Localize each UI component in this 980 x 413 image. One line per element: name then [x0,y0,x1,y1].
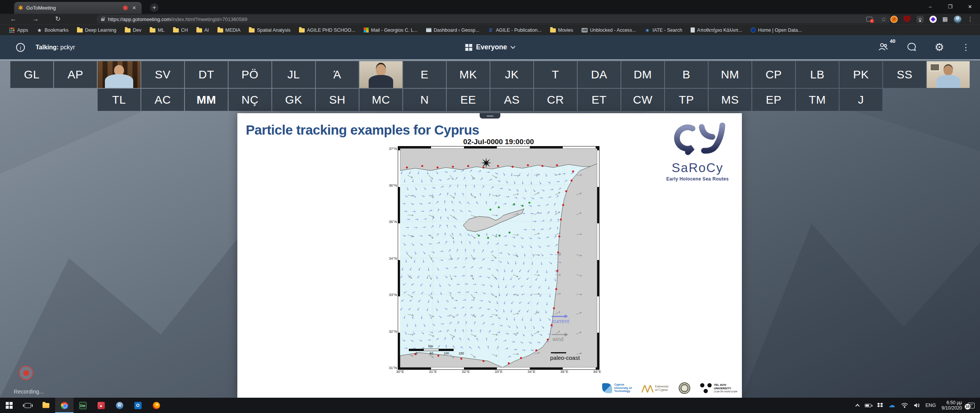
reload-button[interactable]: ↻ [53,15,63,24]
participant-tile-DT[interactable]: DT [185,61,228,88]
participant-tile-SV[interactable]: SV [141,61,184,88]
participants-button[interactable]: 40 [878,42,889,53]
participant-tile-Ά[interactable]: Ά [316,61,359,88]
forward-button[interactable]: → [31,15,41,24]
bookmark-item[interactable]: Αποθετήριο Κάλλιπ... [687,26,746,34]
participant-tile-E[interactable]: E [403,61,446,88]
language-indicator[interactable]: ENG [926,403,936,408]
recording-button[interactable] [19,366,33,380]
participant-tile-JK[interactable]: JK [490,61,533,88]
address-bar[interactable]: https://app.gotomeeting.com/index.html?m… [96,15,891,23]
participant-tile-AC[interactable]: AC [141,89,184,111]
tray-expand-icon[interactable] [855,404,859,408]
participant-tile-DA[interactable]: DA [578,61,621,88]
bookmark-item[interactable]: MEDIA [214,26,244,34]
participant-tile-PK[interactable]: PK [840,61,882,88]
tab-close-button[interactable]: ✕ [131,5,138,11]
participant-tile-B[interactable]: B [665,61,708,88]
bookmark-item[interactable]: Deep Learning [74,26,120,34]
file-explorer-button[interactable] [37,398,55,413]
bookmark-item[interactable]: Movies [547,26,577,34]
bookmark-item[interactable]: SAGILE - Publication... [484,26,545,34]
red-app-taskbar-button[interactable]: ▲ [92,398,110,413]
start-button[interactable] [0,398,18,413]
bookmark-item[interactable]: ★IATE - Search [641,26,686,34]
more-options-button[interactable]: ⋮ [962,43,970,52]
participant-tile-TL[interactable]: TL [98,89,140,111]
action-center-icon[interactable]: 10 [968,403,975,408]
participant-tile-AS[interactable]: AS [490,89,533,111]
onedrive-icon[interactable]: ☁ [889,402,895,408]
participant-tile-LB[interactable]: LB [796,61,839,88]
dropbox-icon[interactable] [877,402,883,408]
participant-tile-CP[interactable]: CP [752,61,795,88]
participant-tile-DM[interactable]: DM [621,61,664,88]
outlook-taskbar-button[interactable]: O [129,398,147,413]
participant-tile-JL[interactable]: JL [272,61,315,88]
extensions-puzzle-icon[interactable]: ▦ [942,16,948,23]
participant-tile-ET[interactable]: ET [578,89,621,111]
lightbulb-extension-icon[interactable] [916,16,924,23]
task-view-button[interactable] [18,398,37,413]
browser-tab[interactable]: ✱ GoToMeeting ✕ [14,2,142,14]
participant-tile-SS[interactable]: SS [883,61,926,88]
apps-shortcut[interactable]: Apps [5,26,32,34]
chat-button[interactable] [907,42,917,53]
participant-video-2[interactable] [359,61,402,88]
view-selector[interactable]: Everyone [465,43,514,51]
chrome-taskbar-button[interactable] [55,398,74,413]
participant-tile-T[interactable]: T [534,61,577,88]
bookmark-item[interactable]: AGILE PHD SCHOO... [296,26,359,34]
taskbar-clock[interactable]: 6:50 μμ 9/10/2020 [942,400,962,411]
bookmark-star-icon[interactable]: ☆ [881,15,887,23]
browser-menu-icon[interactable]: ⋮ [967,16,973,23]
participant-video-3[interactable] [927,61,970,88]
bookmark-item[interactable]: UBUnblocked - Access... [578,26,639,34]
profile-avatar[interactable] [954,15,962,23]
bookmark-item[interactable]: Mail - Georgios C. L... [360,26,421,34]
r-app-taskbar-button[interactable]: R [110,398,129,413]
back-button[interactable]: ← [8,15,18,24]
settings-button[interactable]: ⚙ [934,42,944,53]
participant-tile-CW[interactable]: CW [621,89,664,111]
bookmark-item[interactable]: Spatial Analysis [245,26,294,34]
bookmark-item[interactable]: ★Bookmarks [33,26,72,34]
new-tab-button[interactable]: + [150,3,158,12]
bookmark-item[interactable]: Dev [121,26,145,34]
window-close-button[interactable]: ✕ [960,0,980,13]
participant-tile-N[interactable]: N [403,89,446,111]
bookmark-item[interactable]: Dashboard ‹ Geosp... [423,26,483,34]
participant-tile-GL[interactable]: GL [10,61,53,88]
participant-tile-SH[interactable]: SH [316,89,359,111]
participant-tile-MM[interactable]: MM [185,89,228,111]
purple-extension-icon[interactable] [929,16,937,23]
participant-tile-NÇ[interactable]: NÇ [229,89,271,111]
wifi-icon[interactable] [901,403,908,408]
participant-tile-TM[interactable]: TM [796,89,839,111]
participant-tile-CR[interactable]: CR [534,89,577,111]
participant-tile-EE[interactable]: EE [447,89,490,111]
participant-tile-J[interactable]: J [840,89,882,111]
bookmark-item[interactable]: AI [193,26,212,34]
participant-tile-GK[interactable]: GK [272,89,315,111]
tab-media-icon[interactable] [866,17,872,21]
bookmark-item[interactable]: CH [170,26,191,34]
gtm-toolbar-handle[interactable] [480,113,500,119]
extension-orange-icon[interactable]: ↗ [890,16,898,23]
window-minimize-button[interactable]: – [920,0,940,13]
participant-tile-MK[interactable]: MK [447,61,490,88]
ublock-extension-icon[interactable] [903,16,911,23]
participant-tile-NM[interactable]: NM [709,61,751,88]
participant-tile-EP[interactable]: EP [752,89,795,111]
participant-tile-AP[interactable]: AP [54,61,97,88]
participant-tile-TP[interactable]: TP [665,89,708,111]
firefox-taskbar-button[interactable] [147,398,165,413]
speaker-icon[interactable] [914,403,920,408]
participant-tile-MC[interactable]: MC [359,89,402,111]
bookmark-item[interactable]: ML [146,26,168,34]
dreamweaver-taskbar-button[interactable]: Dw [74,398,92,413]
page-url[interactable]: https://app.gotomeeting.com/index.html?m… [108,16,247,22]
https-lock-icon[interactable] [101,18,105,21]
participant-tile-PÖ[interactable]: PÖ [229,61,271,88]
window-restore-button[interactable]: ❐ [940,0,960,13]
